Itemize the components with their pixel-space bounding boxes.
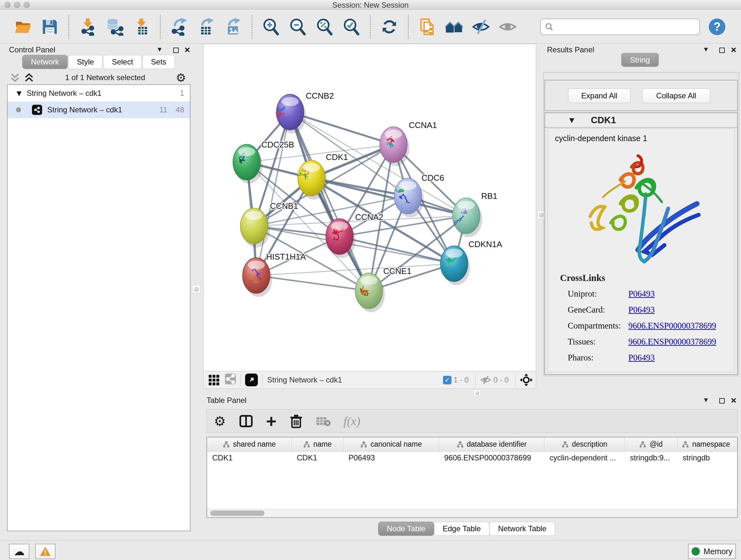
network-edge-ccna2-cdkn1a[interactable] [340, 237, 454, 264]
zoom-selected-icon[interactable] [342, 18, 360, 36]
memory-button[interactable]: Memory [688, 544, 736, 559]
show-all-networks-icon[interactable] [445, 18, 463, 36]
column-header[interactable]: @id [625, 437, 677, 451]
crosslink-link[interactable]: 9606.ENSP00000378699 [628, 320, 716, 331]
function-builder-icon[interactable]: f(x) [343, 414, 360, 428]
hidden-count-badge: 0 - 0 [493, 375, 509, 384]
crosslink-row: Tissues: 9606.ENSP00000378699 [548, 334, 734, 350]
protein-card-header[interactable]: ▼ CDK1 [545, 113, 737, 128]
tab-string[interactable]: String [621, 53, 659, 67]
tab-edge-table[interactable]: Edge Table [434, 522, 489, 536]
column-header[interactable]: description [544, 437, 625, 451]
table-cell: CDK1 [207, 451, 292, 465]
node-label-ccna1: CCNA1 [409, 120, 437, 130]
node-label-ccna2: CCNA2 [355, 212, 383, 222]
table-panel-float-menu-icon[interactable]: ▾ [704, 395, 708, 404]
search-input[interactable] [557, 22, 695, 31]
edge-count: 48 [176, 105, 184, 114]
node-label-cdc25b: CDC25B [261, 140, 294, 149]
network-options-gear-icon[interactable]: ⚙ [176, 71, 186, 84]
delete-column-trash-icon[interactable] [289, 414, 303, 428]
warning-button[interactable] [35, 544, 56, 559]
table-options-gear-icon[interactable]: ⚙ [214, 414, 226, 429]
hide-selected-eye-slash-icon[interactable] [472, 18, 490, 36]
left-splitter-grip[interactable] [192, 285, 200, 294]
collapse-all-chevron-icon[interactable] [10, 73, 20, 82]
fit-selected-crosshair-icon[interactable] [520, 374, 533, 386]
zoom-fit-icon[interactable] [316, 18, 333, 36]
column-header[interactable]: name [292, 437, 343, 451]
control-panel-tabs: Network Style Select Sets [22, 55, 176, 69]
column-header[interactable]: shared name [207, 437, 292, 451]
expand-all-button[interactable]: Expand All [568, 88, 630, 103]
column-header[interactable]: database identifier [439, 437, 544, 451]
help-button[interactable]: ? [709, 18, 725, 35]
network-tree-root-row[interactable]: ▼ String Network – cdk1 1 [8, 85, 190, 102]
open-folder-icon[interactable] [14, 18, 32, 36]
zoom-in-icon[interactable] [262, 18, 280, 36]
collapse-all-button[interactable]: Collapse All [642, 88, 711, 103]
results-panel-float-menu-icon[interactable]: ▾ [704, 45, 708, 54]
table-cell: stringdb:9... [625, 451, 677, 465]
control-panel-float-menu-icon[interactable]: ▾ [158, 45, 161, 54]
node-table: shared name name canonical name database… [206, 437, 738, 518]
control-panel-float-icon[interactable] [173, 46, 179, 55]
grid-view-icon[interactable] [209, 375, 219, 385]
update-icon[interactable] [381, 18, 398, 36]
column-header[interactable]: namespace [677, 437, 737, 451]
zoom-out-icon[interactable] [289, 18, 307, 36]
column-header[interactable]: canonical name [343, 437, 439, 451]
toolbar-search[interactable] [540, 18, 700, 35]
network-edge-hist1h1a-ccne1[interactable] [256, 275, 369, 291]
tab-network[interactable]: Network [22, 55, 68, 69]
network-canvas[interactable]: CCNB2CCNA1CDC25BCDK1CDC6RB1CCNB1CCNA2CDK… [203, 44, 536, 371]
crosslink-link[interactable]: P06493 [628, 352, 655, 363]
export-image-icon[interactable] [224, 18, 242, 36]
show-selected-eye-icon[interactable] [499, 18, 517, 36]
crosslink-label: Uniprot: [568, 288, 628, 300]
network-share-icon[interactable] [225, 374, 236, 386]
crosslink-link[interactable]: 9606.ENSP00000378699 [628, 336, 716, 348]
import-network-icon[interactable] [79, 18, 97, 36]
crosslink-link[interactable]: P06493 [628, 304, 655, 315]
import-table-icon[interactable] [132, 18, 150, 36]
node-label-ccnb2: CCNB2 [306, 91, 334, 101]
scrollbar-thumb[interactable] [210, 510, 265, 516]
tab-network-table[interactable]: Network Table [489, 522, 555, 536]
selected-checkbox-icon[interactable]: ✓ [443, 376, 452, 384]
delete-table-icon[interactable] [316, 415, 331, 427]
tree-collapse-triangle-icon[interactable]: ▼ [17, 89, 21, 97]
network-tree-child-row[interactable]: String Network – cdk1 11 48 [8, 102, 190, 118]
horizontal-splitter-grip[interactable] [473, 389, 481, 396]
crosslinks-title: CrossLinks [548, 271, 734, 286]
table-panel-close-icon[interactable]: × [731, 397, 737, 403]
import-network-database-icon[interactable] [106, 18, 124, 36]
results-panel-float-icon[interactable] [719, 46, 725, 55]
hidden-eye-slash-icon[interactable] [480, 375, 491, 385]
table-horizontal-scrollbar[interactable] [207, 509, 737, 517]
collection-count: 1 [180, 89, 184, 98]
cloud-button[interactable]: ☁ [9, 544, 29, 559]
copy-session-icon[interactable] [418, 18, 436, 36]
tab-select[interactable]: Select [103, 55, 142, 69]
table-panel-float-icon[interactable] [719, 396, 725, 406]
detach-view-icon[interactable] [245, 374, 258, 386]
tab-node-table[interactable]: Node Table [378, 522, 434, 536]
table-row[interactable]: CDK1 CDK1 P06493 9606.ENSP00000378699 cy… [207, 451, 737, 465]
export-network-icon[interactable] [171, 18, 188, 36]
save-session-icon[interactable] [41, 18, 59, 36]
control-panel-close-icon[interactable]: × [185, 47, 190, 53]
crosslink-link[interactable]: P06493 [628, 288, 655, 300]
show-columns-icon[interactable] [239, 414, 253, 428]
expand-all-chevron-icon[interactable] [23, 73, 35, 82]
tab-sets[interactable]: Sets [142, 55, 175, 69]
results-panel-close-icon[interactable]: × [731, 47, 737, 53]
network-view-title: String Network – cdk1 [267, 375, 342, 384]
export-table-icon[interactable] [197, 18, 215, 36]
card-collapse-triangle-icon[interactable]: ▼ [569, 116, 574, 124]
network-edge-ccnb2-ccne1[interactable] [290, 112, 369, 291]
warning-icon [40, 546, 51, 557]
tab-style[interactable]: Style [68, 55, 103, 69]
table-header-row: shared name name canonical name database… [207, 437, 737, 451]
add-column-plus-icon[interactable]: + [266, 415, 277, 428]
